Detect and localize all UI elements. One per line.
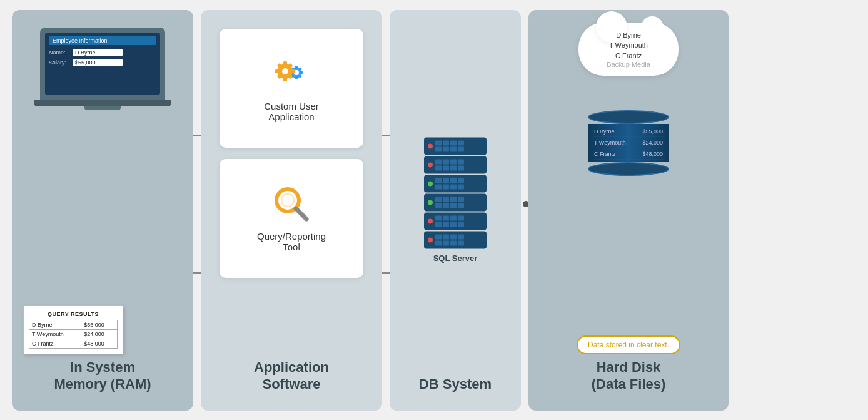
laptop-field-salary-value: $55,000: [73, 59, 123, 66]
svg-rect-24: [275, 69, 280, 73]
server-dot-5: [428, 218, 433, 223]
magnifier-icon: [271, 184, 312, 225]
db-cylinder: D Byrne $55,000 T Weymouth $24,000 C Fra…: [588, 110, 669, 176]
table-row: D Byrne $55,000: [29, 320, 118, 329]
laptop-stand: [84, 106, 121, 110]
laptop-field-salary: Salary: $55,000: [49, 59, 156, 66]
server-rack: [424, 137, 487, 248]
laptop-field-salary-label: Salary:: [49, 59, 73, 66]
panel-ram-label: In System Memory (RAM): [54, 359, 151, 393]
qr-name-1: D Byrne: [29, 320, 81, 329]
cyl-name-2: T Weymouth: [594, 140, 626, 146]
qr-name-2: T Weymouth: [29, 329, 81, 339]
panel-db: SQL Server DB System: [390, 10, 521, 411]
svg-rect-12: [295, 66, 298, 69]
server-grid-2: [435, 159, 483, 170]
server-unit-1: [424, 137, 487, 155]
server-dot-3: [428, 181, 433, 186]
gear-icon: [266, 54, 316, 95]
diagram-container: Employee Information Name: D Byrne Salar…: [12, 10, 856, 411]
qr-salary-2: $24,000: [81, 329, 118, 339]
cyl-salary-2: $24,000: [642, 140, 663, 146]
server-dot-4: [428, 200, 433, 205]
cloud-shape: D Byrne T Weymouth C Frantz Backup Media: [578, 23, 679, 76]
panel-app-label: Application Software: [254, 359, 329, 393]
server-unit-3: [424, 175, 487, 192]
app-box-query: Query/ReportingTool: [220, 159, 363, 278]
laptop-field-name-label: Name:: [49, 49, 73, 56]
query-results-card: QUERY RESULTS D Byrne $55,000 T Weymouth…: [23, 305, 123, 354]
table-row: C Frantz $48,000: [29, 339, 118, 348]
cyl-salary-1: $55,000: [642, 128, 663, 135]
panel-app: Custom UserApplication Query/ReportingTo…: [201, 10, 382, 411]
server-grid-6: [435, 234, 483, 245]
cyl-salary-3: $48,000: [642, 151, 663, 157]
server-grid-1: [435, 140, 483, 151]
cylinder-body: D Byrne $55,000 T Weymouth $24,000 C Fra…: [588, 124, 669, 162]
cloud-name-2: T Weymouth: [592, 40, 665, 51]
qr-name-3: C Frantz: [29, 339, 81, 348]
panel-disk-label: Hard Disk (Data Files): [592, 359, 666, 393]
cyl-row-3: C Frantz $48,000: [593, 149, 664, 160]
server-dot-6: [428, 237, 433, 242]
server-grid-3: [435, 178, 483, 189]
server-grid-5: [435, 215, 483, 227]
cylinder-top: [588, 110, 669, 124]
db-server-label: SQL Server: [433, 254, 478, 263]
query-results-table: D Byrne $55,000 T Weymouth $24,000 C Fra…: [29, 320, 118, 349]
cloud-name-3: C Frantz: [592, 51, 665, 61]
cyl-name-3: C Frantz: [594, 151, 616, 157]
svg-rect-25: [291, 69, 295, 73]
panel-ram: Employee Information Name: D Byrne Salar…: [12, 10, 193, 411]
laptop-area: Employee Information Name: D Byrne Salar…: [34, 28, 171, 110]
server-unit-6: [424, 231, 487, 248]
app-box-query-label: Query/ReportingTool: [257, 231, 326, 252]
panel-db-label: DB System: [419, 376, 492, 393]
qr-salary-3: $48,000: [81, 339, 118, 348]
svg-line-32: [296, 208, 306, 219]
laptop-title-bar: Employee Information: [49, 36, 156, 45]
laptop-screen: Employee Information Name: D Byrne Salar…: [45, 33, 160, 95]
panel-disk: D Byrne T Weymouth C Frantz Backup Media…: [528, 10, 729, 411]
server-unit-4: [424, 193, 487, 211]
cylinder-bottom: [588, 162, 669, 176]
qr-salary-1: $55,000: [81, 320, 118, 329]
laptop-field-name: Name: D Byrne: [49, 49, 156, 56]
db-server-area: SQL Server: [424, 137, 487, 263]
svg-rect-13: [295, 76, 298, 79]
svg-rect-23: [283, 77, 287, 81]
app-boxes: Custom UserApplication Query/ReportingTo…: [216, 29, 366, 278]
server-dot-1: [428, 143, 433, 148]
app-box-custom-label: Custom UserApplication: [264, 101, 319, 122]
cloud-name-1: D Byrne: [592, 30, 665, 41]
app-box-custom: Custom UserApplication: [220, 29, 363, 148]
clear-text-badge: Data stored in clear text.: [577, 335, 680, 354]
svg-point-31: [281, 194, 294, 207]
server-unit-5: [424, 212, 487, 230]
laptop-field-name-value: D Byrne: [73, 49, 123, 56]
svg-rect-15: [300, 71, 303, 74]
cloud-subtitle: Backup Media: [592, 61, 665, 68]
laptop: Employee Information Name: D Byrne Salar…: [40, 28, 165, 100]
disk-cloud: D Byrne T Weymouth C Frantz Backup Media: [578, 23, 679, 76]
svg-point-21: [282, 68, 288, 74]
server-dot-2: [428, 162, 433, 167]
svg-rect-22: [283, 61, 287, 66]
server-grid-4: [435, 197, 483, 208]
query-results-title: QUERY RESULTS: [29, 311, 118, 317]
server-unit-2: [424, 156, 487, 173]
cyl-name-1: D Byrne: [594, 128, 615, 135]
laptop-base: [34, 100, 171, 106]
cyl-row-1: D Byrne $55,000: [593, 126, 664, 137]
cyl-row-2: T Weymouth $24,000: [593, 138, 664, 148]
table-row: T Weymouth $24,000: [29, 329, 118, 339]
